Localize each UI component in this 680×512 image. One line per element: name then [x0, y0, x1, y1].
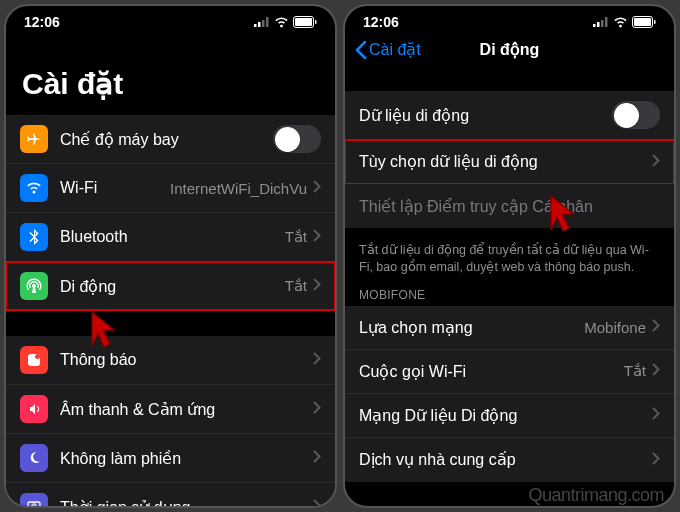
status-bar: 12:06: [345, 6, 674, 34]
row-notifications[interactable]: Thông báo: [6, 336, 335, 385]
cellular-label: Di động: [60, 277, 285, 296]
row-bluetooth[interactable]: Bluetooth Tắt: [6, 213, 335, 262]
back-label: Cài đặt: [369, 40, 421, 59]
wifi-label: Wi-Fi: [60, 179, 170, 197]
dnd-label: Không làm phiền: [60, 449, 313, 468]
row-cellular[interactable]: Di động Tắt: [6, 262, 335, 310]
carrier-label: Lựa chọn mạng: [359, 318, 584, 337]
notifications-icon: [20, 346, 48, 374]
screentime-icon: [20, 493, 48, 508]
settings-group-connectivity: Chế độ máy bay Wi-Fi InternetWiFi_DichVu…: [6, 115, 335, 310]
chevron-icon: [313, 179, 321, 197]
page-title: Cài đặt: [6, 34, 335, 115]
phone-left: 12:06 Cài đặt Chế độ máy bay Wi-Fi Inter…: [4, 4, 337, 508]
svg-rect-13: [601, 20, 604, 27]
row-wifi-calling[interactable]: Cuộc gọi Wi-Fi Tắt: [345, 350, 674, 394]
svg-rect-1: [258, 22, 261, 27]
row-sound[interactable]: Âm thanh & Cảm ứng: [6, 385, 335, 434]
svg-point-8: [35, 354, 40, 359]
svg-rect-5: [295, 18, 312, 26]
svg-rect-0: [254, 24, 257, 27]
bluetooth-icon: [20, 223, 48, 251]
svg-rect-14: [605, 17, 608, 27]
chevron-icon: [313, 228, 321, 246]
chevron-icon: [652, 406, 660, 424]
wifi-calling-label: Cuộc gọi Wi-Fi: [359, 362, 624, 381]
battery-icon: [293, 16, 317, 28]
sound-icon: [20, 395, 48, 423]
row-hotspot: Thiết lập Điểm truy cập Cá nhân: [345, 184, 674, 228]
wifi-calling-value: Tắt: [624, 362, 646, 380]
chevron-icon: [652, 362, 660, 380]
row-dnd[interactable]: Không làm phiền: [6, 434, 335, 483]
chevron-icon: [313, 449, 321, 467]
carrier-services-label: Dịch vụ nhà cung cấp: [359, 450, 652, 469]
signal-icon: [254, 17, 270, 27]
carrier-header: MOBIFONE: [345, 282, 674, 306]
status-time: 12:06: [24, 14, 60, 30]
hotspot-label: Thiết lập Điểm truy cập Cá nhân: [359, 197, 660, 216]
status-time: 12:06: [363, 14, 399, 30]
group-footer: Tắt dữ liệu di động để truyền tất cả dữ …: [345, 236, 674, 282]
dnd-icon: [20, 444, 48, 472]
svg-rect-2: [262, 20, 265, 27]
cellular-group-carrier: Lựa chọn mạng Mobifone Cuộc gọi Wi-Fi Tắ…: [345, 306, 674, 482]
bluetooth-value: Tắt: [285, 228, 307, 246]
row-cellular-data[interactable]: Dữ liệu di động: [345, 91, 674, 140]
row-airplane[interactable]: Chế độ máy bay: [6, 115, 335, 164]
row-cellular-network[interactable]: Mạng Dữ liệu Di động: [345, 394, 674, 438]
chevron-icon: [313, 351, 321, 369]
nav-title: Di động: [480, 40, 540, 59]
airplane-label: Chế độ máy bay: [60, 130, 273, 149]
notifications-label: Thông báo: [60, 351, 313, 369]
sound-label: Âm thanh & Cảm ứng: [60, 400, 313, 419]
wifi-icon: [274, 17, 289, 28]
chevron-icon: [652, 318, 660, 336]
bluetooth-label: Bluetooth: [60, 228, 285, 246]
cellular-icon: [20, 272, 48, 300]
phone-right: 12:06 Cài đặt Di động Dữ liệu di động Tù…: [343, 4, 676, 508]
svg-rect-3: [266, 17, 269, 27]
wifi-value: InternetWiFi_DichVu: [170, 180, 307, 197]
chevron-icon: [313, 498, 321, 508]
chevron-icon: [313, 400, 321, 418]
cellular-value: Tắt: [285, 277, 307, 295]
battery-icon: [632, 16, 656, 28]
airplane-toggle[interactable]: [273, 125, 321, 153]
cellular-data-label: Dữ liệu di động: [359, 106, 612, 125]
cellular-data-toggle[interactable]: [612, 101, 660, 129]
settings-group-general: Thông báo Âm thanh & Cảm ứng Không làm p…: [6, 336, 335, 508]
status-bar: 12:06: [6, 6, 335, 34]
row-carrier-services[interactable]: Dịch vụ nhà cung cấp: [345, 438, 674, 482]
carrier-value: Mobifone: [584, 319, 646, 336]
svg-rect-17: [654, 20, 656, 24]
screentime-label: Thời gian sử dụng: [60, 498, 313, 509]
row-wifi[interactable]: Wi-Fi InternetWiFi_DichVu: [6, 164, 335, 213]
cellular-network-label: Mạng Dữ liệu Di động: [359, 406, 652, 425]
chevron-icon: [313, 277, 321, 295]
signal-icon: [593, 17, 609, 27]
svg-rect-6: [315, 20, 317, 24]
cellular-options-label: Tùy chọn dữ liệu di động: [359, 152, 652, 171]
row-cellular-options[interactable]: Tùy chọn dữ liệu di động: [345, 140, 674, 184]
svg-rect-11: [593, 24, 596, 27]
nav-header: Cài đặt Di động: [345, 34, 674, 69]
row-screentime[interactable]: Thời gian sử dụng: [6, 483, 335, 508]
chevron-icon: [652, 451, 660, 469]
svg-rect-16: [634, 18, 651, 26]
chevron-icon: [652, 153, 660, 171]
back-button[interactable]: Cài đặt: [355, 40, 421, 59]
airplane-icon: [20, 125, 48, 153]
svg-rect-12: [597, 22, 600, 27]
cellular-group-main: Dữ liệu di động Tùy chọn dữ liệu di động…: [345, 91, 674, 228]
wifi-icon-box: [20, 174, 48, 202]
wifi-icon: [613, 17, 628, 28]
row-carrier[interactable]: Lựa chọn mạng Mobifone: [345, 306, 674, 350]
